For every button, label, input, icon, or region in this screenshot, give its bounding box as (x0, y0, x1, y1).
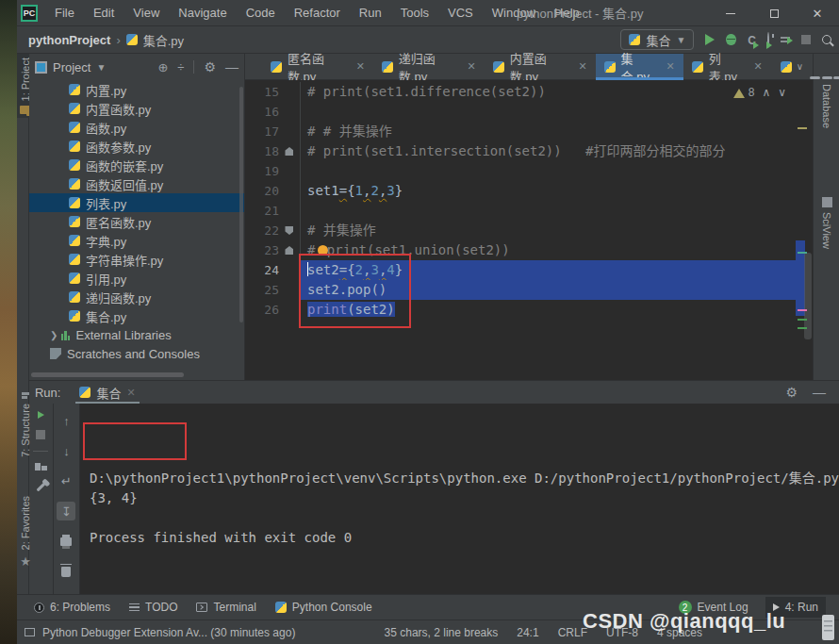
editor-line[interactable]: 23# print(set1.union(set2)) (245, 240, 796, 260)
tree-item[interactable]: 内置函数.py (29, 99, 244, 118)
collapse-all-icon[interactable]: ÷ (177, 60, 184, 74)
toolwindow-tab-terminal[interactable]: Terminal (189, 597, 263, 618)
rerun-button[interactable] (38, 411, 44, 419)
menu-tools[interactable]: Tools (392, 3, 437, 23)
editor-tab[interactable]: 内置函数.py✕ (485, 54, 596, 79)
editor-line[interactable]: 15# print(set1.difference(set2)) (245, 82, 796, 102)
tree-item[interactable]: 字符串操作.py (29, 250, 244, 269)
close-icon[interactable]: ✕ (356, 60, 365, 73)
close-button[interactable]: ✕ (796, 0, 839, 26)
close-icon[interactable]: ✕ (753, 60, 762, 73)
menu-view[interactable]: View (124, 3, 168, 23)
hide-panel-icon[interactable]: — (813, 385, 826, 400)
pin-icon[interactable] (37, 483, 46, 492)
up-stack-trace-icon[interactable]: ↑ (57, 411, 75, 430)
editor-line[interactable]: 18# print(set1.intersection(set2)) #打印两部… (245, 141, 796, 161)
next-warning-icon[interactable]: ∨ (778, 83, 786, 103)
close-icon[interactable]: ✕ (666, 60, 674, 73)
toolwindow-tab-todo[interactable]: TODO (122, 597, 185, 618)
caret-position[interactable]: 24:1 (517, 626, 538, 639)
editor-line[interactable]: 22# 并集操作 (245, 221, 796, 240)
tree-item[interactable]: 递归函数.py (29, 288, 244, 306)
editor-tab[interactable]: 集合.py✕ (596, 54, 683, 79)
print-icon[interactable] (57, 532, 75, 551)
profiler-button[interactable] (767, 33, 769, 47)
status-message[interactable]: Python Debugger Extension Av... (30 minu… (42, 626, 295, 639)
minimize-button[interactable] (709, 0, 752, 26)
fold-marker-icon[interactable] (285, 226, 293, 235)
close-icon[interactable]: ✕ (578, 60, 586, 73)
gear-icon[interactable]: ⚙ (785, 386, 798, 399)
maximize-button[interactable] (752, 0, 796, 26)
editor-tab[interactable]: 递归函数.py✕ (373, 54, 485, 79)
chevron-down-icon[interactable]: ▼ (96, 62, 106, 73)
editor-line[interactable]: 24set2={2,3,4} (245, 260, 796, 280)
editor-line[interactable]: 19 (245, 161, 796, 181)
toolwindow-tab-database[interactable]: Database (814, 73, 839, 132)
fold-marker-icon[interactable] (285, 246, 293, 255)
editor-line[interactable]: 21 (245, 201, 796, 221)
hidden-tabs-dropdown[interactable]: ∨ (771, 54, 813, 79)
stop-button (801, 35, 811, 44)
locate-file-icon[interactable]: ⊕ (157, 60, 168, 74)
project-panel-title[interactable]: Project (53, 60, 90, 74)
hide-panel-icon[interactable]: — (225, 59, 239, 74)
editor-line[interactable]: 26print(set2) (245, 300, 796, 320)
run-configuration-select[interactable]: 集合 ▼ (620, 29, 694, 50)
soft-wrap-icon[interactable]: ↵ (57, 471, 75, 490)
editor-line[interactable]: 17# # 并集操作 (245, 122, 796, 141)
tree-item[interactable]: 函数.py (29, 118, 244, 137)
run-tab[interactable]: 集合 ✕ (75, 381, 139, 404)
prev-warning-icon[interactable]: ∧ (762, 83, 770, 103)
tree-horizontal-scrollbar[interactable] (31, 372, 184, 377)
tree-item[interactable]: 引用.py (29, 269, 244, 288)
tree-vertical-scrollbar[interactable] (239, 87, 243, 322)
editor-tab[interactable]: 匿名函数.py✕ (262, 54, 373, 79)
toolwindow-tab-problems[interactable]: 6: Problems (26, 597, 118, 618)
clear-all-icon[interactable] (57, 562, 75, 581)
menu-vcs[interactable]: VCS (439, 3, 482, 23)
menu-file[interactable]: File (46, 3, 83, 23)
toolwindow-tab-sciview[interactable]: SciView (814, 193, 839, 253)
tree-item[interactable]: 列表.py (29, 193, 244, 212)
gear-icon[interactable]: ⚙ (204, 60, 216, 74)
run-console[interactable]: D:\pythonProject1\pythonProject\venv\Scr… (80, 404, 839, 594)
tree-item[interactable]: 函数返回值.py (29, 174, 244, 193)
editor-line[interactable]: 16 (245, 102, 796, 122)
tree-item[interactable]: 内置.py (29, 80, 244, 99)
menu-run[interactable]: Run (351, 3, 390, 23)
tree-item[interactable]: 函数的嵌套.py (29, 156, 244, 174)
close-icon[interactable]: ✕ (126, 387, 135, 399)
search-everywhere-icon[interactable] (822, 35, 831, 44)
toolwindow-tab-python-console[interactable]: Python Console (268, 597, 380, 618)
tree-item[interactable]: Scratches and Consoles (29, 344, 244, 363)
fold-marker-icon[interactable] (285, 147, 293, 156)
scroll-to-end-icon[interactable]: ↧ (57, 502, 75, 520)
coverage-button[interactable]: C (748, 33, 756, 47)
editor[interactable]: 15# print(set1.difference(set2))1617# # … (245, 80, 813, 380)
breadcrumb-file[interactable]: 集合.py (143, 31, 184, 49)
toolwindow-tab-favorites[interactable]: 2: Favorites ★ (17, 492, 34, 572)
editor-line[interactable]: 25set2.pop() (245, 280, 796, 300)
tree-item[interactable]: 函数参数.py (29, 137, 244, 156)
editor-line[interactable]: 20set1={1,2,3} (245, 181, 796, 201)
menu-navigate[interactable]: Navigate (170, 3, 235, 23)
menu-code[interactable]: Code (238, 3, 284, 23)
run-with-list-button[interactable] (781, 37, 790, 43)
tree-item[interactable]: ❯External Libraries (29, 325, 244, 344)
editor-tab[interactable]: 列表.py✕ (683, 54, 771, 79)
tree-item[interactable]: 匿名函数.py (29, 212, 244, 231)
close-icon[interactable]: ✕ (468, 60, 476, 73)
run-button[interactable] (705, 34, 715, 45)
editor-error-stripe[interactable] (796, 80, 813, 380)
restore-layout-icon[interactable] (35, 463, 48, 471)
menu-edit[interactable]: Edit (85, 3, 123, 23)
tree-item[interactable]: 集合.py (29, 306, 244, 325)
inspections-widget[interactable]: 8 ∧ ∨ (733, 83, 786, 103)
debug-button[interactable] (726, 34, 736, 45)
down-stack-trace-icon[interactable]: ↓ (57, 441, 75, 460)
menu-refactor[interactable]: Refactor (286, 3, 349, 23)
breadcrumb-project[interactable]: pythonProject (28, 33, 110, 47)
tree-item[interactable]: 字典.py (29, 231, 244, 250)
chevron-right-icon[interactable]: ❯ (50, 330, 59, 340)
